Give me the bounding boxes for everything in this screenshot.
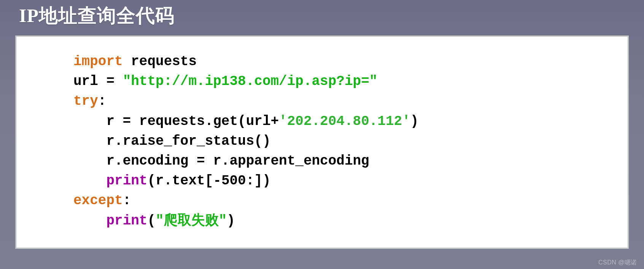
ip-string: '202.204.80.112': [279, 114, 410, 129]
encoding-line: r.encoding = r.apparent_encoding: [73, 153, 369, 169]
url-assign: url =: [73, 74, 123, 89]
url-string: "http://m.ip138.com/ip.asp?ip=": [123, 74, 378, 89]
slide: IP地址查询全代码 import requests url = "http://…: [0, 0, 644, 269]
keyword-except: except: [73, 193, 123, 208]
colon: :: [123, 193, 131, 208]
raise-for-status: r.raise_for_status(): [73, 133, 270, 149]
colon: :: [98, 93, 107, 109]
requests-get-call: r = requests.get(url+: [73, 114, 279, 129]
module-name: requests: [123, 54, 197, 69]
watermark: CSDN @嗯诺: [598, 259, 637, 267]
fail-string: "爬取失败": [156, 213, 227, 229]
paren-close: ): [227, 213, 235, 229]
indent: [73, 173, 106, 189]
paren-open: (: [147, 213, 156, 229]
keyword-try: try: [73, 93, 98, 109]
code-block: import requests url = "http://m.ip138.co…: [32, 52, 612, 231]
paren-close: ): [410, 114, 419, 129]
print-call: print: [106, 213, 147, 229]
code-frame: import requests url = "http://m.ip138.co…: [15, 35, 629, 249]
print-args: (r.text[-500:]): [147, 173, 270, 189]
keyword-import: import: [73, 54, 123, 69]
print-call: print: [106, 173, 147, 189]
slide-title: IP地址查询全代码: [0, 0, 644, 35]
indent: [73, 213, 106, 229]
